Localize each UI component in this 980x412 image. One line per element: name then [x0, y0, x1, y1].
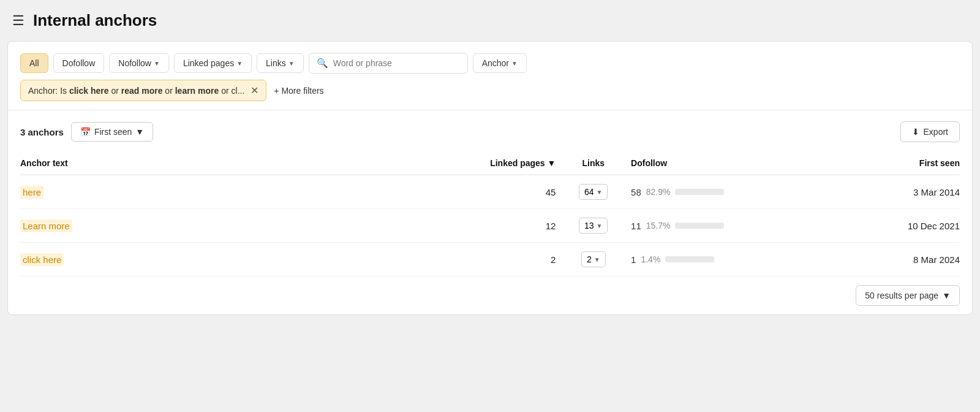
page-header: ☰ Internal anchors [0, 0, 980, 41]
filter-dofollow-button[interactable]: Dofollow [53, 53, 105, 73]
dofollow-pct: 1.4% [641, 254, 660, 264]
first-seen-cell: 10 Dec 2021 [838, 209, 960, 243]
dofollow-cell: 1 1.4% [631, 243, 837, 277]
links-cell: 2▼ [556, 243, 631, 277]
first-seen-button[interactable]: 📅 First seen ▼ [71, 122, 153, 142]
col-linked-pages[interactable]: Linked pages ▼ [443, 152, 556, 175]
anchor-link[interactable]: click here [20, 253, 64, 266]
calendar-icon: 📅 [80, 127, 91, 137]
links-dropdown-button[interactable]: 13▼ [579, 218, 608, 234]
filter-row-1: All Dofollow Nofollow ▼ Linked pages ▼ L… [20, 53, 960, 74]
main-card: All Dofollow Nofollow ▼ Linked pages ▼ L… [7, 41, 973, 315]
dofollow-bar [675, 189, 724, 195]
first-seen-cell: 8 Mar 2024 [838, 243, 960, 277]
links-dropdown-button[interactable]: 64▼ [579, 184, 608, 200]
anchor-link[interactable]: Learn more [20, 219, 72, 232]
page-title: Internal anchors [33, 11, 157, 30]
anchor-text-cell: here [20, 175, 443, 209]
search-icon: 🔍 [317, 58, 328, 69]
dofollow-count: 58 [631, 187, 641, 197]
export-icon: ⬇ [912, 127, 919, 137]
anchor-text-cell: click here [20, 243, 443, 277]
filter-all-button[interactable]: All [20, 53, 48, 73]
search-input[interactable] [333, 58, 460, 68]
filter-row-2: Anchor: Is click here or read more or le… [20, 80, 960, 101]
table-section: 3 anchors 📅 First seen ▼ ⬇ Export [8, 110, 972, 277]
active-filter-text: Anchor: Is click here or read more or le… [28, 86, 244, 96]
close-icon[interactable]: ✕ [251, 85, 258, 96]
linked-pages-cell: 12 [443, 209, 556, 243]
dofollow-cell: 58 82.9% [631, 175, 837, 209]
anchor-text-cell: Learn more [20, 209, 443, 243]
footer-row: 50 results per page ▼ [8, 277, 972, 315]
active-filter-tag: Anchor: Is click here or read more or le… [20, 80, 266, 101]
page-wrapper: ☰ Internal anchors All Dofollow Nofollow… [0, 0, 980, 412]
linked-pages-cell: 45 [443, 175, 556, 209]
chevron-down-icon: ▼ [511, 60, 518, 67]
chevron-down-icon: ▼ [288, 60, 295, 67]
table-row: click here22▼ 1 1.4% 8 Mar 2024 [20, 243, 960, 277]
results-per-page-button[interactable]: 50 results per page ▼ [856, 285, 960, 306]
table-header-row: 3 anchors 📅 First seen ▼ ⬇ Export [20, 121, 960, 142]
chevron-down-icon: ▼ [154, 60, 160, 67]
chevron-down-icon: ▼ [135, 127, 144, 137]
search-box: 🔍 [309, 53, 468, 74]
dofollow-bar [675, 223, 724, 229]
hamburger-icon[interactable]: ☰ [12, 13, 24, 29]
dofollow-count: 11 [631, 221, 641, 231]
dofollow-cell: 11 15.7% [631, 209, 837, 243]
links-dropdown-button[interactable]: 2▼ [581, 251, 606, 267]
table-row: Learn more1213▼ 11 15.7% 10 Dec 2021 [20, 209, 960, 243]
links-cell: 13▼ [556, 209, 631, 243]
anchor-dropdown-button[interactable]: Anchor ▼ [473, 53, 527, 73]
chevron-down-icon: ▼ [236, 60, 243, 67]
filter-bar: All Dofollow Nofollow ▼ Linked pages ▼ L… [8, 42, 972, 110]
more-filters-button[interactable]: + More filters [274, 86, 323, 96]
filter-nofollow-button[interactable]: Nofollow ▼ [109, 53, 169, 73]
dofollow-bar [665, 256, 714, 262]
results-per-page-label: 50 results per page [865, 291, 938, 300]
anchors-count: 3 anchors [20, 127, 64, 137]
dofollow-count: 1 [631, 254, 636, 265]
col-anchor-text: Anchor text [20, 152, 443, 175]
export-button[interactable]: ⬇ Export [900, 121, 960, 142]
first-seen-cell: 3 Mar 2014 [838, 175, 960, 209]
col-links: Links [556, 152, 631, 175]
col-first-seen: First seen [838, 152, 960, 175]
filter-links-button[interactable]: Links ▼ [257, 53, 304, 73]
col-dofollow: Dofollow [631, 152, 837, 175]
links-cell: 64▼ [556, 175, 631, 209]
data-table: Anchor text Linked pages ▼ Links Dofollo… [20, 152, 960, 277]
table-row: here4564▼ 58 82.9% 3 Mar 2014 [20, 175, 960, 209]
linked-pages-cell: 2 [443, 243, 556, 277]
dofollow-pct: 82.9% [646, 187, 671, 197]
anchors-count-area: 3 anchors 📅 First seen ▼ [20, 122, 153, 142]
dofollow-pct: 15.7% [646, 221, 671, 231]
filter-linked-pages-button[interactable]: Linked pages ▼ [174, 53, 252, 73]
anchor-link[interactable]: here [20, 186, 43, 199]
chevron-down-icon: ▼ [942, 291, 951, 300]
